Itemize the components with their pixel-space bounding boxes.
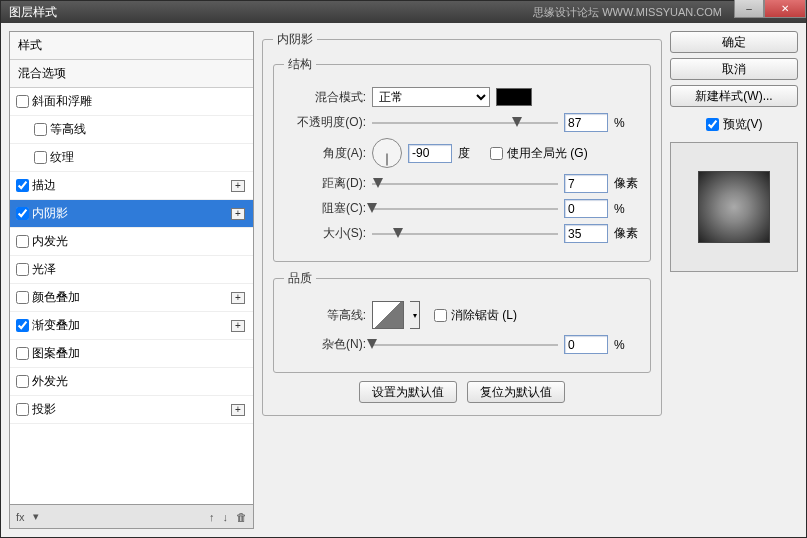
preview-checkbox[interactable]	[706, 118, 719, 131]
structure-group: 结构 混合模式: 正常 不透明度(O): % 角度(A):	[273, 56, 651, 262]
window-buttons: – ✕	[734, 0, 806, 18]
distance-unit: 像素	[614, 175, 640, 192]
style-checkbox[interactable]	[16, 319, 29, 332]
opacity-input[interactable]	[564, 113, 608, 132]
titlebar[interactable]: 图层样式 思缘设计论坛 WWW.MISSYUAN.COM – ✕	[1, 1, 806, 23]
style-checkbox[interactable]	[34, 151, 47, 164]
style-label: 渐变叠加	[32, 317, 80, 334]
cancel-button[interactable]: 取消	[670, 58, 798, 80]
style-item-4[interactable]: 内阴影+	[10, 200, 253, 228]
choke-input[interactable]	[564, 199, 608, 218]
style-label: 斜面和浮雕	[32, 93, 92, 110]
quality-group: 品质 等高线: ▾ 消除锯齿 (L) 杂色(N): %	[273, 270, 651, 373]
add-effect-icon[interactable]: +	[231, 208, 245, 220]
inner-shadow-group: 内阴影 结构 混合模式: 正常 不透明度(O): %	[262, 31, 662, 416]
ok-button[interactable]: 确定	[670, 31, 798, 53]
fx-menu-icon[interactable]: ▾	[33, 510, 39, 523]
contour-dropdown-icon[interactable]: ▾	[410, 301, 420, 329]
choke-label: 阻塞(C):	[284, 200, 366, 217]
blend-options-header[interactable]: 混合选项	[10, 60, 253, 88]
style-label: 外发光	[32, 373, 68, 390]
style-item-2[interactable]: 纹理	[10, 144, 253, 172]
styles-header[interactable]: 样式	[10, 32, 253, 60]
style-item-9[interactable]: 图案叠加	[10, 340, 253, 368]
angle-dial[interactable]	[372, 138, 402, 168]
style-item-11[interactable]: 投影+	[10, 396, 253, 424]
choke-slider[interactable]	[372, 201, 558, 217]
style-label: 纹理	[50, 149, 74, 166]
quality-legend: 品质	[284, 270, 316, 287]
style-item-3[interactable]: 描边+	[10, 172, 253, 200]
contour-label: 等高线:	[284, 307, 366, 324]
add-effect-icon[interactable]: +	[231, 320, 245, 332]
noise-input[interactable]	[564, 335, 608, 354]
style-checkbox[interactable]	[16, 375, 29, 388]
style-checkbox[interactable]	[16, 403, 29, 416]
size-slider[interactable]	[372, 226, 558, 242]
style-label: 颜色叠加	[32, 289, 80, 306]
global-light-checkbox[interactable]	[490, 147, 503, 160]
style-checkbox[interactable]	[16, 291, 29, 304]
watermark: 思缘设计论坛 WWW.MISSYUAN.COM	[533, 5, 722, 20]
preview-box	[670, 142, 798, 272]
choke-unit: %	[614, 202, 640, 216]
style-label: 内发光	[32, 233, 68, 250]
style-item-6[interactable]: 光泽	[10, 256, 253, 284]
angle-input[interactable]	[408, 144, 452, 163]
opacity-unit: %	[614, 116, 640, 130]
style-checkbox[interactable]	[16, 263, 29, 276]
make-default-button[interactable]: 设置为默认值	[359, 381, 457, 403]
noise-slider[interactable]	[372, 337, 558, 353]
antialias-checkbox[interactable]	[434, 309, 447, 322]
preview-thumbnail	[698, 171, 770, 243]
style-checkbox[interactable]	[16, 235, 29, 248]
style-checkbox[interactable]	[16, 95, 29, 108]
style-item-1[interactable]: 等高线	[10, 116, 253, 144]
fx-icon[interactable]: fx	[16, 511, 25, 523]
antialias-label: 消除锯齿 (L)	[451, 307, 517, 324]
style-item-0[interactable]: 斜面和浮雕	[10, 88, 253, 116]
move-down-icon[interactable]: ↓	[223, 511, 229, 523]
preview-option[interactable]: 预览(V)	[670, 116, 798, 133]
antialias-option[interactable]: 消除锯齿 (L)	[434, 307, 517, 324]
opacity-slider[interactable]	[372, 115, 558, 131]
layer-style-dialog: 图层样式 思缘设计论坛 WWW.MISSYUAN.COM – ✕ 样式 混合选项…	[0, 0, 807, 538]
style-label: 内阴影	[32, 205, 68, 222]
move-up-icon[interactable]: ↑	[209, 511, 215, 523]
style-checkbox[interactable]	[16, 347, 29, 360]
add-effect-icon[interactable]: +	[231, 292, 245, 304]
contour-picker[interactable]	[372, 301, 404, 329]
structure-legend: 结构	[284, 56, 316, 73]
shadow-color-swatch[interactable]	[496, 88, 532, 106]
add-effect-icon[interactable]: +	[231, 180, 245, 192]
style-item-7[interactable]: 颜色叠加+	[10, 284, 253, 312]
distance-label: 距离(D):	[284, 175, 366, 192]
style-checkbox[interactable]	[34, 123, 47, 136]
close-button[interactable]: ✕	[764, 0, 806, 18]
trash-icon[interactable]: 🗑	[236, 511, 247, 523]
reset-default-button[interactable]: 复位为默认值	[467, 381, 565, 403]
distance-input[interactable]	[564, 174, 608, 193]
style-item-8[interactable]: 渐变叠加+	[10, 312, 253, 340]
new-style-button[interactable]: 新建样式(W)...	[670, 85, 798, 107]
noise-unit: %	[614, 338, 640, 352]
dialog-body: 样式 混合选项 斜面和浮雕等高线纹理描边+内阴影+内发光光泽颜色叠加+渐变叠加+…	[1, 23, 806, 537]
global-light-option[interactable]: 使用全局光 (G)	[490, 145, 588, 162]
style-label: 描边	[32, 177, 56, 194]
style-item-5[interactable]: 内发光	[10, 228, 253, 256]
size-input[interactable]	[564, 224, 608, 243]
style-checkbox[interactable]	[16, 179, 29, 192]
style-label: 投影	[32, 401, 56, 418]
style-item-10[interactable]: 外发光	[10, 368, 253, 396]
style-label: 图案叠加	[32, 345, 80, 362]
opacity-label: 不透明度(O):	[284, 114, 366, 131]
distance-slider[interactable]	[372, 176, 558, 192]
window-title: 图层样式	[5, 4, 533, 21]
minimize-button[interactable]: –	[734, 0, 764, 18]
styles-footer: fx ▾ ↑ ↓ 🗑	[10, 504, 253, 528]
blend-mode-select[interactable]: 正常	[372, 87, 490, 107]
size-unit: 像素	[614, 225, 640, 242]
size-label: 大小(S):	[284, 225, 366, 242]
style-checkbox[interactable]	[16, 207, 29, 220]
add-effect-icon[interactable]: +	[231, 404, 245, 416]
